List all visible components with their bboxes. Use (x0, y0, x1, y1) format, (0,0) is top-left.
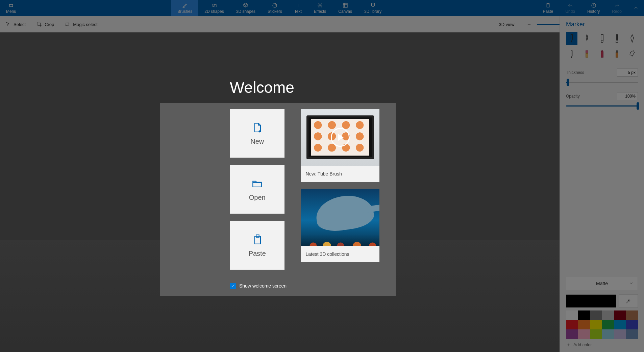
welcome-card-video[interactable]: New: Tube Brush (301, 109, 379, 182)
welcome-paste-button[interactable]: Paste (230, 221, 284, 270)
3d-caption: Latest 3D collections (301, 246, 379, 262)
folder-open-icon (251, 178, 263, 190)
welcome-new-button[interactable]: New (230, 109, 284, 158)
welcome-paste-label: Paste (249, 250, 266, 258)
welcome-title: Welcome (230, 78, 294, 97)
video-thumb (301, 109, 379, 166)
welcome-new-label: New (250, 138, 264, 145)
show-welcome-checkbox[interactable]: Show welcome screen (230, 283, 287, 289)
welcome-card-3d[interactable]: Latest 3D collections (301, 189, 379, 262)
3d-thumb (301, 189, 379, 246)
play-icon (331, 128, 350, 147)
show-welcome-label: Show welcome screen (239, 283, 287, 289)
welcome-open-button[interactable]: Open (230, 165, 284, 214)
file-new-icon (251, 121, 263, 134)
video-caption: New: Tube Brush (301, 166, 379, 182)
welcome-box: New Open Paste (160, 103, 396, 296)
checkbox-checked-icon (230, 283, 236, 289)
welcome-open-label: Open (249, 194, 266, 201)
clipboard-icon (251, 234, 263, 246)
welcome-modal: Welcome New Open Paste (0, 0, 644, 352)
